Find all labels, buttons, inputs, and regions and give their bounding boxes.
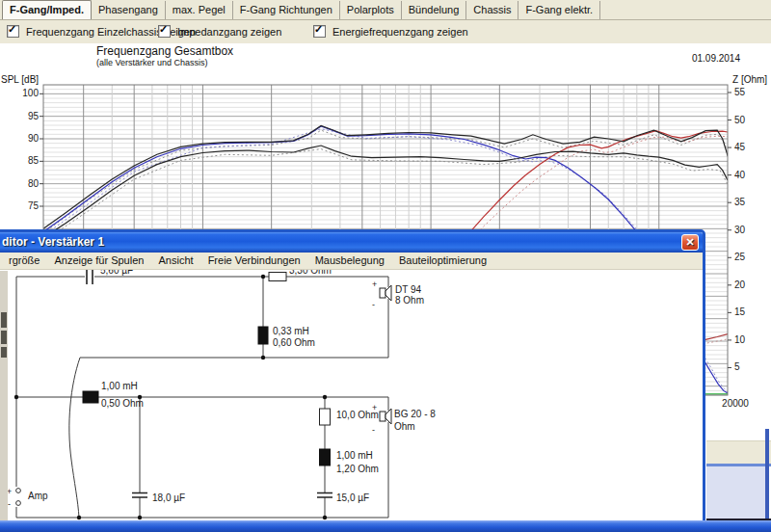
crossover-editor-window: ditor - Verstärker 1 ✕ rgröße Anzeige fü…: [0, 229, 705, 532]
toolbar-fragment-icon: [1, 347, 7, 358]
curve-gesamt-frequenzgang: [43, 126, 728, 229]
amp-minus: -: [8, 499, 11, 509]
capacitor-15u0-label: 15,0 µF: [336, 492, 369, 503]
speaker-bg20-label2: Ohm: [394, 421, 415, 432]
speaker-dt94-plus: +: [372, 279, 377, 289]
speaker-dt94[interactable]: + - DT 94 8 Ohm: [372, 279, 424, 309]
inductor-0mh33[interactable]: 0,33 mH 0,60 Ohm: [258, 326, 315, 348]
inductor-0mh33-label1: 0,33 mH: [273, 326, 309, 336]
menu-item-ansicht[interactable]: Ansicht: [152, 253, 199, 268]
inductor-0mh33-label2: 0,60 Ohm: [273, 337, 315, 348]
inductor-1mh0-shunt[interactable]: 1,00 mH 1,20 Ohm: [320, 449, 379, 474]
close-icon[interactable]: ✕: [681, 234, 699, 251]
menu-item-groesse[interactable]: rgröße: [3, 253, 45, 268]
menu-item-freie-verbindungen[interactable]: Freie Verbindungen: [202, 253, 306, 268]
inductor-1mh0-serie-label2: 0,50 Ohm: [101, 398, 144, 409]
editor-left-toolbar-fragment: [0, 271, 8, 532]
speaker-bg20-minus: -: [372, 425, 375, 435]
menu-item-mausbelegung[interactable]: Mausbelegung: [309, 253, 390, 268]
menu-item-anzeige-fuer-spulen[interactable]: Anzeige für Spulen: [48, 253, 149, 268]
bottom-window-titlebar[interactable]: [0, 520, 771, 532]
editor-menubar: rgröße Anzeige für Spulen Ansicht Freie …: [0, 253, 703, 270]
amp-terminals: + - Amp: [7, 487, 48, 509]
curve-energie-frequenzgang-gestrichelt: [43, 149, 728, 242]
editor-window-title: ditor - Verstärker 1: [2, 235, 104, 249]
circuit-wires: [16, 277, 388, 518]
resistor-10r0[interactable]: 10,0 Ohm: [320, 409, 379, 425]
speaker-dt94-label1: DT 94: [395, 284, 421, 295]
chart-window-bottom-frame-fragment: [706, 440, 771, 464]
inductor-1mh0-shunt-label2: 1,20 Ohm: [336, 464, 379, 474]
toolbar-fragment-icon: [1, 331, 7, 344]
speaker-bg20-plus: +: [372, 403, 377, 412]
inductor-1mh0-shunt-label1: 1,00 mH: [336, 450, 373, 461]
speaker-bg20[interactable]: + - BG 20 - 8 Ohm: [372, 403, 436, 435]
editor-titlebar[interactable]: ditor - Verstärker 1 ✕: [0, 232, 703, 253]
amp-label: Amp: [28, 491, 48, 501]
speaker-bg20-label1: BG 20 - 8: [394, 409, 436, 419]
inductor-1mh0-serie-label1: 1,00 mH: [101, 381, 138, 391]
inductor-1mh0-serie[interactable]: 1,00 mH 0,50 Ohm: [83, 381, 144, 409]
application-window: F-Gang/Imped. Phasengang max. Pegel F-Ga…: [0, 0, 771, 532]
wire-freeform-return: [69, 358, 80, 518]
capacitor-18u0-label: 18,0 µF: [152, 492, 185, 503]
speaker-dt94-label2: 8 Ohm: [395, 295, 424, 306]
background-window-fragment: [706, 466, 765, 519]
background-window-right-border: [765, 429, 769, 520]
menu-item-bauteiloptimierung[interactable]: Bauteiloptimierung: [393, 253, 492, 268]
toolbar-fragment-icon: [1, 312, 7, 328]
speaker-dt94-minus: -: [372, 300, 375, 309]
crossover-schematic: 5,60 µF 3,30 Ohm 0,33 mH 0,60 Ohm + - DT…: [0, 262, 705, 532]
